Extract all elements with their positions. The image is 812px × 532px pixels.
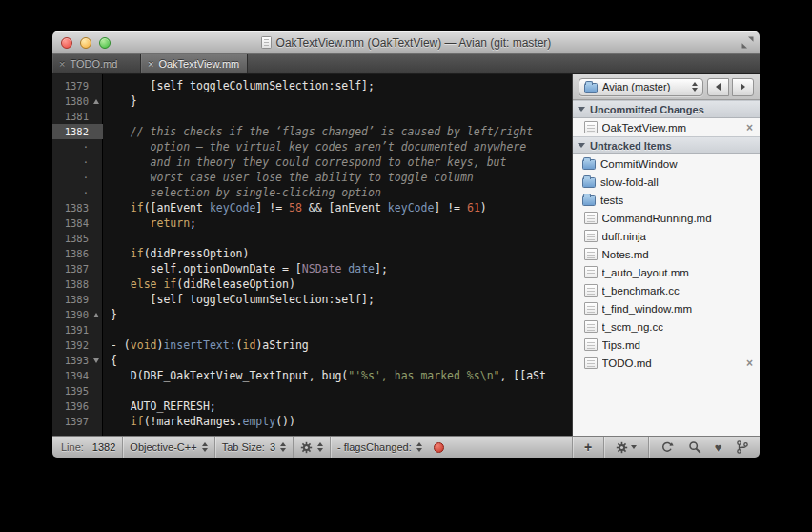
- code-text: if([anEvent keyCode] != 58 && [anEvent k…: [103, 200, 572, 215]
- file-row[interactable]: Tips.md: [573, 336, 760, 354]
- tab-bar-empty: [248, 54, 760, 73]
- file-name: TODO.md: [602, 358, 652, 369]
- line-number[interactable]: 1385: [52, 231, 103, 246]
- file-row[interactable]: t_scm_ng.cc: [573, 317, 760, 336]
- refresh-button[interactable]: [660, 440, 674, 454]
- code-line: 1389 [self toggleColumnSelection:self];: [52, 292, 572, 307]
- line-number[interactable]: 1379: [52, 78, 103, 93]
- fold-down-icon[interactable]: [89, 358, 103, 363]
- document-proxy-icon[interactable]: [261, 36, 272, 49]
- stepper-icon: [416, 442, 422, 452]
- file-row[interactable]: tests: [573, 191, 760, 209]
- line-number[interactable]: 1388: [52, 276, 103, 292]
- close-window-button[interactable]: [61, 37, 72, 49]
- bundle-actions-popup[interactable]: [300, 441, 323, 454]
- line-number[interactable]: 1396: [52, 399, 103, 414]
- code-line: · option — the virtual key codes aren’t …: [52, 139, 572, 154]
- file-name: OakTextView.mm: [602, 122, 687, 133]
- line-number[interactable]: 1392: [52, 338, 103, 353]
- line-number[interactable]: ·: [52, 185, 103, 200]
- line-number[interactable]: 1397: [52, 414, 103, 429]
- section-header[interactable]: Untracked Items: [573, 136, 760, 154]
- file-row[interactable]: slow-fold-all: [573, 173, 760, 191]
- section-header[interactable]: Uncommitted Changes: [573, 100, 760, 118]
- line-value: 1382: [92, 441, 115, 453]
- code-line: · worst case user lose the ability to to…: [52, 170, 572, 185]
- close-file-icon[interactable]: ×: [746, 358, 753, 369]
- document-icon: [584, 302, 598, 315]
- close-tab-icon[interactable]: ×: [148, 59, 153, 70]
- code-text: if(didPressOption): [103, 246, 572, 261]
- code-line: 1397 if(!markedRanges.empty()): [52, 414, 572, 429]
- minimize-window-button[interactable]: [80, 37, 91, 49]
- document-icon: [584, 230, 598, 242]
- tab-todo-md[interactable]: × TODO.md: [52, 54, 141, 73]
- file-row[interactable]: TODO.md×: [573, 354, 760, 372]
- search-button[interactable]: [688, 440, 701, 454]
- file-row[interactable]: t_find_window.mm: [573, 299, 760, 317]
- line-number[interactable]: 1394: [52, 368, 103, 383]
- code-text: [103, 322, 572, 338]
- browser-toolbar: ♥: [654, 437, 756, 458]
- file-name: t_scm_ng.cc: [602, 321, 664, 333]
- new-item-button[interactable]: +: [578, 437, 599, 458]
- section-label: Untracked Items: [590, 140, 672, 152]
- git-branch-button[interactable]: [736, 440, 749, 454]
- line-number[interactable]: 1386: [52, 246, 103, 261]
- forward-arrow-icon: [741, 83, 745, 91]
- file-name: t_auto_layout.mm: [602, 267, 689, 278]
- file-row[interactable]: CommandRunning.md: [573, 209, 760, 227]
- line-number[interactable]: 1383: [52, 200, 103, 215]
- code-line: 1385: [52, 231, 572, 246]
- fullscreen-icon[interactable]: [741, 36, 754, 49]
- symbol-selector[interactable]: - flagsChanged:: [337, 441, 422, 453]
- line-number[interactable]: ·: [52, 154, 103, 170]
- file-row[interactable]: t_auto_layout.mm: [573, 263, 760, 281]
- tab-size-selector[interactable]: Tab Size: 3: [222, 441, 286, 453]
- line-number[interactable]: 1389: [52, 292, 103, 307]
- document-icon: [584, 357, 598, 369]
- close-file-icon[interactable]: ×: [746, 122, 753, 133]
- line-number[interactable]: 1387: [52, 261, 103, 276]
- separator: [293, 437, 294, 458]
- traffic-lights: [61, 31, 111, 53]
- grammar-selector[interactable]: Objective-C++: [130, 441, 207, 453]
- file-row[interactable]: t_benchmark.cc: [573, 281, 760, 299]
- title-bar[interactable]: OakTextView.mm (OakTextView) — Avian (gi…: [52, 31, 760, 54]
- forward-button[interactable]: [732, 78, 754, 96]
- tab-oaktextview-mm[interactable]: × OakTextView.mm: [141, 54, 248, 73]
- line-number[interactable]: 1391: [52, 322, 103, 338]
- disclosure-triangle-icon[interactable]: [578, 143, 585, 148]
- code-line: 1391: [52, 322, 572, 338]
- disclosure-triangle-icon[interactable]: [578, 107, 585, 112]
- line-number[interactable]: ·: [52, 139, 103, 154]
- code-editor[interactable]: 1379 [self toggleColumnSelection:self];1…: [52, 74, 572, 436]
- project-popup[interactable]: Avian (master): [579, 78, 703, 96]
- file-row[interactable]: Notes.md: [573, 245, 760, 263]
- fold-up-icon[interactable]: [89, 99, 103, 104]
- macro-record-button[interactable]: [434, 442, 444, 453]
- line-number[interactable]: ·: [52, 170, 103, 185]
- line-number[interactable]: 1384: [52, 215, 103, 231]
- line-number[interactable]: 1395: [52, 383, 103, 399]
- line-number[interactable]: 1393: [52, 353, 103, 368]
- separator: [572, 437, 573, 458]
- file-actions-gear-button[interactable]: [609, 437, 643, 458]
- line-number[interactable]: 1380: [52, 93, 103, 109]
- fold-up-icon[interactable]: [89, 313, 103, 317]
- code-text: else if(didReleaseOption): [103, 276, 572, 292]
- line-number[interactable]: 1381: [52, 109, 103, 124]
- file-row[interactable]: duff.ninja: [573, 227, 760, 245]
- code-text: [self toggleColumnSelection:self];: [103, 292, 572, 307]
- folder-icon: [584, 83, 598, 93]
- zoom-window-button[interactable]: [99, 37, 111, 49]
- close-tab-icon[interactable]: ×: [59, 59, 65, 70]
- file-row[interactable]: CommitWindow: [573, 154, 760, 173]
- code-line: 1393{: [52, 353, 572, 368]
- line-number[interactable]: 1382: [52, 124, 103, 139]
- code-text: selection by single-clicking option: [103, 185, 572, 200]
- back-button[interactable]: [707, 78, 729, 96]
- line-number[interactable]: 1390: [52, 307, 103, 322]
- favorites-heart-button[interactable]: ♥: [715, 441, 722, 454]
- file-row[interactable]: OakTextView.mm×: [573, 118, 760, 136]
